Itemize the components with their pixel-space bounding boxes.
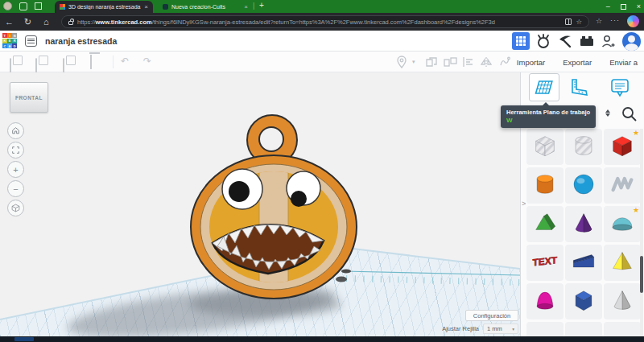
notes-tool-button[interactable] xyxy=(609,77,630,101)
search-icon[interactable] xyxy=(621,105,638,126)
fit-view-button[interactable] xyxy=(7,142,24,159)
screen: { "colors": { "titlebar_green": "#1c7a24… xyxy=(0,0,644,342)
snap-grid-label: Ajustar Rejilla xyxy=(442,325,479,332)
snap-grid-select[interactable]: 1 mm▾ xyxy=(483,323,518,334)
tooltip-shortcut: W xyxy=(506,117,590,124)
copy-icon[interactable] xyxy=(10,59,11,73)
settings-button[interactable]: Configuración xyxy=(465,310,518,321)
lego-brick-icon[interactable] xyxy=(579,33,595,49)
back-icon[interactable]: ← xyxy=(5,15,14,28)
workplane-tooltip: Herramienta Plano de trabajo W xyxy=(501,105,596,128)
refresh-icon[interactable]: ↻ xyxy=(24,15,31,28)
shape-tile-cylinder[interactable] xyxy=(526,167,564,204)
category-stepper[interactable] xyxy=(605,109,610,117)
shape-tile-next-row-shape-3[interactable] xyxy=(604,322,640,336)
window-maximize-button[interactable] xyxy=(621,4,626,10)
group-icon[interactable] xyxy=(425,56,438,71)
browser-extension-icon[interactable] xyxy=(19,2,27,10)
duplicate-icon[interactable] xyxy=(63,59,64,73)
new-tab-button[interactable]: + xyxy=(259,1,264,10)
sketch-icon[interactable] xyxy=(498,56,511,72)
design-properties-icon[interactable] xyxy=(25,35,37,47)
shape-tile-half-sphere[interactable]: ★ xyxy=(604,206,640,242)
tinkercad-logo[interactable]: TINKERCAD xyxy=(2,33,17,48)
taskbar-strip xyxy=(0,336,644,342)
scribble-shape-icon xyxy=(609,171,636,201)
account-avatar[interactable] xyxy=(622,32,641,51)
sidebar-scrollbar[interactable] xyxy=(640,129,643,336)
shape-tile-paraboloid[interactable] xyxy=(526,283,564,319)
window-close-button[interactable]: × xyxy=(637,2,641,10)
stressed-orange-character xyxy=(191,153,357,302)
redo-icon[interactable]: ↷ xyxy=(143,56,151,67)
view-cube[interactable]: FRONTAL xyxy=(10,82,48,113)
shape-tile-transparent-cylinder[interactable] xyxy=(565,129,602,165)
undo-icon[interactable]: ↶ xyxy=(121,56,129,67)
shape-tile-cone[interactable] xyxy=(565,206,602,242)
browser-home-icon[interactable]: ⌂ xyxy=(43,15,49,28)
shape-tile-box[interactable]: ★ xyxy=(604,129,640,165)
minecraft-pickaxe-icon[interactable] xyxy=(557,33,573,49)
polygon-shape-icon xyxy=(570,286,597,317)
shape-tile-wedge[interactable] xyxy=(565,245,602,281)
ruler-tool-button[interactable] xyxy=(569,77,590,101)
favorite-star-badge: ★ xyxy=(633,129,639,137)
workplane-pin-icon[interactable] xyxy=(396,56,407,72)
split-screen-icon[interactable] xyxy=(565,19,572,25)
3d-design-button[interactable] xyxy=(512,32,530,50)
lock-icon xyxy=(68,21,73,25)
favorites-icon[interactable]: ☆ xyxy=(596,17,602,25)
perspective-toggle-button[interactable] xyxy=(7,200,24,216)
browser-menu-icon[interactable]: ··· xyxy=(610,16,620,24)
delete-icon[interactable] xyxy=(90,55,92,69)
pin-dropdown-icon[interactable]: ▾ xyxy=(412,59,415,65)
zoom-in-button[interactable]: + xyxy=(7,161,24,178)
browser-workspaces-icon[interactable] xyxy=(35,2,42,10)
tab-close-icon[interactable]: × xyxy=(144,3,148,10)
shape-tile-pyramid[interactable] xyxy=(604,245,640,281)
shape-tile-sphere[interactable] xyxy=(565,167,602,204)
copilot-icon[interactable] xyxy=(627,15,639,27)
mirror-icon[interactable] xyxy=(480,56,493,71)
pyramid-shape-icon xyxy=(609,248,636,278)
ungroup-icon[interactable] xyxy=(444,56,457,71)
3d-viewport[interactable]: FRONTAL + − Configuración Ajustar Rejill… xyxy=(0,72,520,336)
favorite-star-icon[interactable]: ☆ xyxy=(576,18,582,26)
wedge-shape-icon xyxy=(570,248,597,278)
address-bar[interactable]: https://www.tinkercad.com/things/f6lNDyl… xyxy=(61,15,589,28)
window-minimize-button[interactable]: – xyxy=(606,2,610,10)
tab-tinkercad[interactable]: 3D design naranja estresada - Tin × xyxy=(55,1,153,13)
tab-title: 3D design naranja estresada - Tin xyxy=(68,4,141,10)
send-to-button[interactable]: Enviar a xyxy=(609,58,638,67)
sidebar-collapse-icon[interactable]: > xyxy=(522,200,526,208)
shape-tile-scribble[interactable] xyxy=(604,167,640,204)
main-area: FRONTAL + − Configuración Ajustar Rejill… xyxy=(0,72,644,336)
invite-people-icon[interactable] xyxy=(601,33,617,49)
url-text[interactable]: https://www.tinkercad.com/things/f6lNDyl… xyxy=(77,19,561,26)
transparent-box-shape-icon xyxy=(531,132,559,163)
shape-tile-next-row-shape-2[interactable] xyxy=(565,322,602,336)
shape-tile-gray-cone[interactable] xyxy=(604,283,640,319)
browser-profile-icon[interactable] xyxy=(3,2,12,10)
align-icon[interactable] xyxy=(462,56,474,71)
tooltip-title: Herramienta Plano de trabajo xyxy=(506,109,590,116)
left-eye xyxy=(222,169,262,209)
circuits-icon[interactable] xyxy=(535,33,551,49)
tab-close-icon[interactable]: × xyxy=(244,3,248,10)
import-button[interactable]: Importar xyxy=(517,58,545,67)
export-button[interactable]: Exportar xyxy=(563,58,592,67)
shape-tile-roof[interactable] xyxy=(526,206,564,242)
shape-tile-text[interactable]: TEXT xyxy=(526,245,564,281)
shape-tile-next-row-shape-1[interactable] xyxy=(526,322,564,336)
shape-tile-transparent-box[interactable] xyxy=(526,129,564,165)
zoom-out-button[interactable]: − xyxy=(7,180,24,197)
workplane-tool-button[interactable] xyxy=(529,73,559,101)
home-view-button[interactable] xyxy=(7,122,24,139)
transparent-cylinder-shape-icon xyxy=(570,132,597,163)
design-title[interactable]: naranja estresada xyxy=(45,31,117,52)
cylinder-shape-icon xyxy=(531,171,559,201)
paste-icon[interactable] xyxy=(35,59,37,73)
tab-cults[interactable]: Nueva creacion-Cults × xyxy=(158,1,253,13)
scrollbar-thumb[interactable] xyxy=(640,256,643,293)
shape-tile-polygon[interactable] xyxy=(565,283,602,319)
